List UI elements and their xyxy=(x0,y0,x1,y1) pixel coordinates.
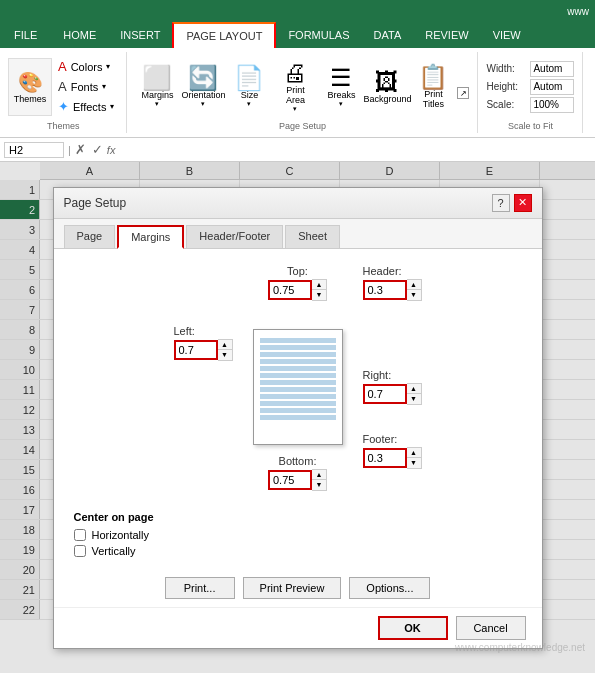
print-titles-ribbon-button[interactable]: 📋 PrintTitles xyxy=(411,58,455,116)
tab-insert[interactable]: INSERT xyxy=(108,22,172,48)
dialog-help-button[interactable]: ? xyxy=(492,194,510,212)
right-margin-down[interactable]: ▼ xyxy=(407,394,421,404)
cell-reference-input[interactable] xyxy=(4,142,64,158)
footer-margin-spinner: ▲ ▼ xyxy=(363,447,422,469)
page-setup-expand-icon[interactable]: ↗ xyxy=(457,87,469,99)
header-margin-input[interactable] xyxy=(363,280,407,300)
dialog-tab-margins[interactable]: Margins xyxy=(117,225,184,249)
top-margin-field: Top: ▲ ▼ xyxy=(268,265,327,301)
footer-margin-input[interactable] xyxy=(363,448,407,468)
margin-center-column: Top: ▲ ▼ xyxy=(253,265,343,499)
margins-btn-label: Margins xyxy=(141,90,173,100)
height-label: Height: xyxy=(486,81,526,92)
scale-label: Scale: xyxy=(486,99,526,110)
header-margin-up[interactable]: ▲ xyxy=(407,280,421,290)
page-preview-lines xyxy=(260,338,336,436)
ok-button[interactable]: OK xyxy=(378,616,448,640)
horizontally-checkbox[interactable] xyxy=(74,529,86,541)
left-margin-input[interactable] xyxy=(174,340,218,360)
ribbon: 🎨 Themes A Colors ▾ A Fonts ▾ ✦ Effects … xyxy=(0,48,595,138)
background-ribbon-button[interactable]: 🖼 Background xyxy=(365,58,409,116)
footer-margin-up[interactable]: ▲ xyxy=(407,448,421,458)
size-ribbon-button[interactable]: 📄 Size ▾ xyxy=(227,58,271,116)
background-btn-label: Background xyxy=(363,94,411,104)
scale-input[interactable] xyxy=(530,97,574,113)
cancel-button[interactable]: Cancel xyxy=(456,616,526,640)
orientation-ribbon-button[interactable]: 🔄 Orientation ▾ xyxy=(181,58,225,116)
print-preview-button[interactable]: Print Preview xyxy=(243,577,342,599)
print-button[interactable]: Print... xyxy=(165,577,235,599)
dialog-tab-page[interactable]: Page xyxy=(64,225,116,248)
header-margin-spinner: ▲ ▼ xyxy=(363,279,422,301)
width-input[interactable] xyxy=(530,61,574,77)
left-margin-up[interactable]: ▲ xyxy=(218,340,232,350)
right-margin-up[interactable]: ▲ xyxy=(407,384,421,394)
themes-button[interactable]: 🎨 Themes xyxy=(8,58,52,116)
scale-group-content: Width: Height: Scale: xyxy=(486,54,574,119)
dialog-tab-sheet[interactable]: Sheet xyxy=(285,225,340,248)
scale-options: Width: Height: Scale: xyxy=(486,61,574,113)
ribbon-group-page-setup: ⬜ Margins ▾ 🔄 Orientation ▾ 📄 Size ▾ 🖨 P… xyxy=(127,52,478,133)
height-input[interactable] xyxy=(530,79,574,95)
themes-label: Themes xyxy=(14,94,47,104)
bottom-margin-spinner: ▲ ▼ xyxy=(268,469,327,491)
horizontally-row: Horizontally xyxy=(74,529,522,541)
left-margin-down[interactable]: ▼ xyxy=(218,350,232,360)
colors-button[interactable]: A Colors ▾ xyxy=(54,57,118,76)
breaks-btn-label: Breaks xyxy=(327,90,355,100)
top-margin-up[interactable]: ▲ xyxy=(312,280,326,290)
tab-file[interactable]: FILE xyxy=(0,22,51,48)
right-margin-input[interactable] xyxy=(363,384,407,404)
left-margin-field: Left: ▲ ▼ xyxy=(174,325,233,361)
margins-layout: Left: ▲ ▼ xyxy=(74,265,522,499)
themes-group-label: Themes xyxy=(47,119,80,131)
header-margin-down[interactable]: ▼ xyxy=(407,290,421,300)
options-button[interactable]: Options... xyxy=(349,577,430,599)
bottom-margin-input[interactable] xyxy=(268,470,312,490)
center-on-page-section: Center on page Horizontally Vertically xyxy=(74,511,522,557)
dialog-title-buttons: ? ✕ xyxy=(492,194,532,212)
dialog-ok-cancel-buttons: OK Cancel xyxy=(54,607,542,648)
header-margin-label: Header: xyxy=(363,265,402,277)
page-setup-group-content: ⬜ Margins ▾ 🔄 Orientation ▾ 📄 Size ▾ 🖨 P… xyxy=(135,54,469,119)
bottom-margin-spinner-btns: ▲ ▼ xyxy=(312,469,327,491)
vertically-label: Vertically xyxy=(92,545,136,557)
tab-data[interactable]: DATA xyxy=(362,22,414,48)
orientation-btn-label: Orientation xyxy=(181,90,225,100)
margins-ribbon-button[interactable]: ⬜ Margins ▾ xyxy=(135,58,179,116)
formula-sep: | xyxy=(68,144,71,156)
breaks-ribbon-button[interactable]: ☰ Breaks ▾ xyxy=(319,58,363,116)
tab-formulas[interactable]: FORMULAS xyxy=(276,22,361,48)
colors-label: Colors xyxy=(71,61,103,73)
ribbon-group-scale-to-fit: Width: Height: Scale: Scale to Fit xyxy=(478,52,583,133)
footer-margin-field: Footer: ▲ ▼ xyxy=(363,433,422,469)
cancel-formula-icon[interactable]: ✗ xyxy=(75,142,86,157)
dialog-title-left: Page Setup xyxy=(64,196,127,210)
tab-page-layout[interactable]: PAGE LAYOUT xyxy=(172,22,276,48)
footer-margin-down[interactable]: ▼ xyxy=(407,458,421,468)
top-margin-input[interactable] xyxy=(268,280,312,300)
dialog-close-button[interactable]: ✕ xyxy=(514,194,532,212)
tab-view[interactable]: VIEW xyxy=(481,22,533,48)
title-bar: www xyxy=(0,0,595,22)
dialog-tab-header-footer[interactable]: Header/Footer xyxy=(186,225,283,248)
scale-to-fit-label: Scale to Fit xyxy=(508,119,553,131)
fonts-button[interactable]: A Fonts ▾ xyxy=(54,77,118,96)
tab-home[interactable]: HOME xyxy=(51,22,108,48)
effects-label: Effects xyxy=(73,101,106,113)
fonts-label: Fonts xyxy=(71,81,99,93)
ribbon-group-themes: 🎨 Themes A Colors ▾ A Fonts ▾ ✦ Effects … xyxy=(0,52,127,133)
left-margin-spinner: ▲ ▼ xyxy=(174,339,233,361)
bottom-margin-up[interactable]: ▲ xyxy=(312,470,326,480)
themes-group-content: 🎨 Themes A Colors ▾ A Fonts ▾ ✦ Effects … xyxy=(8,54,118,119)
vertically-checkbox[interactable] xyxy=(74,545,86,557)
tab-review[interactable]: REVIEW xyxy=(413,22,480,48)
right-margin-spinner-btns: ▲ ▼ xyxy=(407,383,422,405)
margins-icon: ⬜ xyxy=(142,66,172,90)
effects-button[interactable]: ✦ Effects ▾ xyxy=(54,97,118,116)
print-area-ribbon-button[interactable]: 🖨 PrintArea ▾ xyxy=(273,58,317,116)
top-margin-down[interactable]: ▼ xyxy=(312,290,326,300)
vertically-row: Vertically xyxy=(74,545,522,557)
confirm-formula-icon[interactable]: ✓ xyxy=(92,142,103,157)
bottom-margin-down[interactable]: ▼ xyxy=(312,480,326,490)
